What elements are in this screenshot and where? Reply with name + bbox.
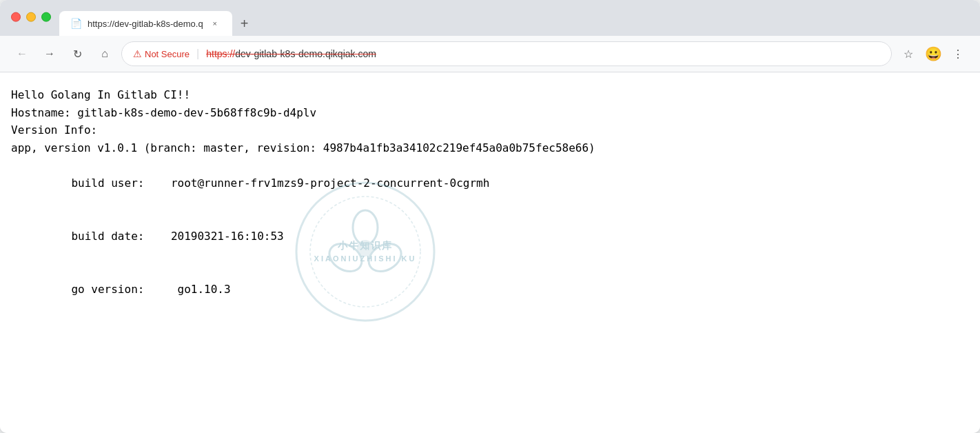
reload-button[interactable]: ↻ xyxy=(66,43,88,65)
page-content: Hello Golang In Gitlab CI!! Hostname: gi… xyxy=(0,72,980,433)
content-line-3: Version Info: xyxy=(11,121,969,139)
tab-page-icon: 📄 xyxy=(70,18,82,29)
profile-button[interactable]: 😀 xyxy=(922,43,944,65)
content-line-1: Hello Golang In Gitlab CI!! xyxy=(11,86,969,104)
browser-window: 📄 https://dev-gitlab-k8s-demo.q × + ← → … xyxy=(0,0,980,433)
not-secure-indicator: ⚠ Not Secure xyxy=(133,48,190,59)
url-domain: dev-gitlab-k8s-demo.qikqiak.com xyxy=(235,48,376,59)
build-user-value: root@runner-frv1mzs9-project-2-concurren… xyxy=(144,177,489,190)
go-version-value: go1.10.3 xyxy=(144,283,230,296)
menu-button[interactable]: ⋮ xyxy=(947,43,969,65)
warning-icon: ⚠ xyxy=(133,48,142,59)
title-bar: 📄 https://dev-gitlab-k8s-demo.q × + xyxy=(0,0,980,36)
content-line-6: build date: 20190321-16:10:53 xyxy=(11,210,969,263)
active-tab[interactable]: 📄 https://dev-gitlab-k8s-demo.q × xyxy=(59,11,232,36)
traffic-lights xyxy=(11,12,51,22)
content-line-2: Hostname: gitlab-k8s-demo-dev-5b68ff8c9b… xyxy=(11,104,969,122)
content-line-5: build user: root@runner-frv1mzs9-project… xyxy=(11,157,969,210)
tab-close-button[interactable]: × xyxy=(209,17,221,30)
go-version-label: go version: xyxy=(65,283,145,296)
back-button[interactable]: ← xyxy=(11,43,33,65)
tab-title: https://dev-gitlab-k8s-demo.q xyxy=(88,19,203,29)
forward-button[interactable]: → xyxy=(39,43,61,65)
nav-bar: ← → ↻ ⌂ ⚠ Not Secure | https://dev-gitla… xyxy=(0,36,980,72)
not-secure-label: Not Secure xyxy=(145,49,190,59)
home-button[interactable]: ⌂ xyxy=(94,43,116,65)
bookmark-button[interactable]: ☆ xyxy=(897,43,919,65)
url-scheme: https://dev-gitlab-k8s-demo.qikqiak.com xyxy=(206,48,376,59)
close-button[interactable] xyxy=(11,12,21,22)
nav-right-controls: ☆ 😀 ⋮ xyxy=(897,43,969,65)
url-separator: | xyxy=(196,48,199,60)
tabs-row: 📄 https://dev-gitlab-k8s-demo.q × + xyxy=(59,11,256,36)
content-line-4: app, version v1.0.1 (branch: master, rev… xyxy=(11,139,969,157)
new-tab-button[interactable]: + xyxy=(234,12,256,34)
content-line-7: go version: go1.10.3 xyxy=(11,263,969,316)
url-scheme-text: https:// xyxy=(206,48,235,59)
maximize-button[interactable] xyxy=(41,12,51,22)
build-user-label: build user: xyxy=(65,177,145,190)
address-bar[interactable]: ⚠ Not Secure | https://dev-gitlab-k8s-de… xyxy=(121,41,892,66)
minimize-button[interactable] xyxy=(26,12,36,22)
build-date-value: 20190321-16:10:53 xyxy=(144,230,283,243)
build-date-label: build date: xyxy=(65,230,145,243)
